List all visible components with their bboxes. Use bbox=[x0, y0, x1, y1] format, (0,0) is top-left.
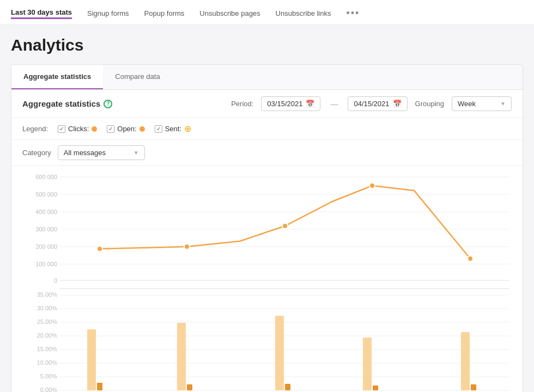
bar-group4-open bbox=[363, 338, 372, 390]
sent-checkbox[interactable]: ✓ bbox=[155, 125, 162, 133]
line-dot-1 bbox=[97, 246, 102, 252]
clicks-label: Clicks: bbox=[68, 125, 89, 133]
grouping-arrow-icon: ▼ bbox=[500, 101, 506, 107]
more-icon[interactable]: ••• bbox=[346, 8, 360, 19]
main-chart-svg: 600 000 500 000 400 000 300 000 200 000 … bbox=[17, 171, 517, 392]
svg-text:30.00%: 30.00% bbox=[37, 305, 58, 311]
sent-label: Sent: bbox=[165, 125, 181, 133]
page-title: Analytics bbox=[11, 36, 523, 54]
aggregate-statistics-title: Aggregate statistics bbox=[22, 99, 100, 108]
line-chart-sent bbox=[100, 186, 470, 259]
svg-text:15.00%: 15.00% bbox=[37, 346, 58, 352]
date-to-value: 04/15/2021 bbox=[354, 100, 389, 108]
nav-item-unsubscribe-links[interactable]: Unsubscribe links bbox=[276, 9, 331, 17]
category-value: All messages bbox=[64, 149, 106, 157]
category-label: Category bbox=[22, 149, 51, 157]
line-dot-2 bbox=[184, 244, 190, 249]
svg-text:500 000: 500 000 bbox=[35, 191, 57, 198]
grouping-select[interactable]: Week ▼ bbox=[452, 96, 512, 111]
calendar-to-icon: 📅 bbox=[393, 100, 402, 108]
legend-open[interactable]: ✓ Open: bbox=[107, 125, 144, 133]
clicks-dot bbox=[92, 126, 97, 132]
date-from-value: 03/15/2021 bbox=[267, 100, 302, 108]
sent-icon: ⊕ bbox=[184, 124, 191, 134]
bar-group3-open bbox=[275, 316, 284, 390]
svg-text:0.00%: 0.00% bbox=[40, 387, 57, 392]
tab-compare-data[interactable]: Compare data bbox=[103, 65, 172, 89]
tab-aggregate-statistics[interactable]: Aggregate statistics bbox=[11, 65, 103, 89]
bar-group3-click bbox=[285, 384, 290, 390]
grouping-value: Week bbox=[458, 100, 476, 108]
legend-clicks[interactable]: ✓ Clicks: bbox=[58, 125, 97, 133]
legend-row: Legend: ✓ Clicks: ✓ Open: ✓ Sent: ⊕ bbox=[11, 118, 523, 140]
svg-text:100 000: 100 000 bbox=[35, 261, 57, 267]
bar-group1-open bbox=[87, 329, 96, 390]
nav-item-popup[interactable]: Popup forms bbox=[144, 9, 185, 17]
top-nav: Last 30 days stats Signup forms Popup fo… bbox=[0, 0, 534, 25]
open-dot bbox=[139, 126, 145, 132]
svg-text:35.00%: 35.00% bbox=[37, 291, 58, 298]
svg-text:200 000: 200 000 bbox=[35, 243, 57, 250]
grouping-label: Grouping bbox=[415, 100, 444, 108]
svg-text:10.00%: 10.00% bbox=[37, 359, 58, 366]
bar-group2-click bbox=[187, 384, 192, 390]
line-dot-4 bbox=[369, 183, 375, 188]
svg-text:25.00%: 25.00% bbox=[37, 318, 58, 325]
date-from-picker[interactable]: 03/15/2021 📅 bbox=[261, 96, 320, 111]
bar-group5-open bbox=[461, 332, 470, 390]
line-dot-5 bbox=[468, 256, 473, 261]
svg-text:600 000: 600 000 bbox=[35, 174, 57, 180]
svg-text:5.00%: 5.00% bbox=[40, 373, 57, 379]
bar-group4-click bbox=[373, 385, 378, 390]
date-to-picker[interactable]: 04/15/2021 📅 bbox=[348, 96, 407, 111]
open-label: Open: bbox=[117, 125, 136, 133]
category-arrow-icon: ▼ bbox=[134, 150, 139, 156]
svg-text:400 000: 400 000 bbox=[35, 209, 57, 215]
line-dot-3 bbox=[282, 223, 288, 229]
card-tabs: Aggregate statistics Compare data bbox=[11, 65, 523, 90]
chart-area: 600 000 500 000 400 000 300 000 200 000 … bbox=[11, 166, 523, 392]
legend-sent[interactable]: ✓ Sent: ⊕ bbox=[155, 124, 191, 134]
svg-text:300 000: 300 000 bbox=[35, 226, 57, 232]
svg-text:20.00%: 20.00% bbox=[37, 332, 58, 339]
category-row: Category All messages ▼ bbox=[11, 140, 523, 166]
calendar-from-icon: 📅 bbox=[306, 100, 314, 108]
help-icon[interactable]: ? bbox=[104, 100, 112, 108]
legend-label: Legend: bbox=[22, 125, 48, 133]
date-separator: — bbox=[330, 100, 338, 108]
nav-item-unsubscribe-pages[interactable]: Unsubscribe pages bbox=[199, 9, 260, 17]
bar-group5-click bbox=[471, 384, 476, 390]
period-label: Period: bbox=[231, 100, 253, 108]
nav-item-signup[interactable]: Signup forms bbox=[87, 9, 129, 17]
open-checkbox[interactable]: ✓ bbox=[107, 125, 114, 133]
bar-group2-open bbox=[177, 323, 186, 390]
bar-group1-click bbox=[97, 383, 102, 390]
svg-text:0: 0 bbox=[54, 277, 57, 284]
nav-item-stats[interactable]: Last 30 days stats bbox=[11, 8, 72, 19]
category-select[interactable]: All messages ▼ bbox=[58, 145, 145, 160]
clicks-checkbox[interactable]: ✓ bbox=[58, 125, 65, 133]
